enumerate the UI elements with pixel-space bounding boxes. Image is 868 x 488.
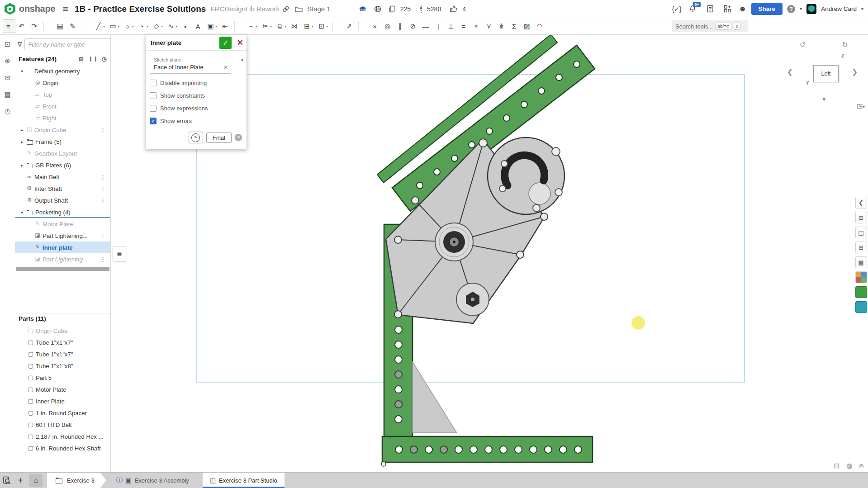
pierce-constraint[interactable]: ⋎	[484, 20, 495, 33]
likes-icon[interactable]	[450, 5, 458, 13]
help-icon[interactable]: ?	[787, 5, 795, 13]
sketch-face-icon[interactable]: ✎	[67, 20, 79, 33]
onshape-logo-icon[interactable]	[5, 3, 15, 15]
dropdown-caret-icon[interactable]: ▾	[175, 24, 177, 28]
tab-exercise-3-assembly[interactable]: ⓘ Exercise 3 Assembly	[109, 473, 196, 488]
cancel-button[interactable]: ✕	[237, 38, 243, 47]
toolbar-icon[interactable]	[43, 21, 52, 31]
rotate-right-icon[interactable]: ❯	[852, 68, 858, 76]
tree-item-gearbox-layout[interactable]: Gearbox Layout	[15, 147, 110, 159]
filter-icon[interactable]: ∇	[18, 41, 22, 48]
display-options-icon[interactable]: ⊟	[855, 212, 867, 223]
concentric-constraint[interactable]: ◎	[382, 20, 394, 33]
toolbar-icon[interactable]	[358, 21, 367, 31]
dropdown-caret-icon[interactable]: ▾	[161, 24, 163, 28]
checkbox-show-errors[interactable]: Show errors	[150, 118, 243, 124]
named-views-icon[interactable]: ⊞	[855, 242, 867, 253]
tree-item-default-geometry[interactable]: ▾ Default geometry	[15, 65, 110, 77]
dropdown-caret-icon[interactable]: ▾	[256, 24, 257, 28]
fillet-tool[interactable]: ⌢ ▾	[246, 20, 259, 33]
spline-tool[interactable]: ∿ ▾	[166, 20, 179, 33]
turntable-icon[interactable]: ◍	[846, 462, 852, 470]
dialog-help-icon[interactable]: ?	[235, 134, 242, 141]
line-tool[interactable]: ╱ ▾	[93, 20, 107, 33]
sketch-list-button[interactable]: ≡	[3, 19, 15, 33]
tree-item-motor-plate[interactable]: Motor Plate	[15, 218, 110, 230]
checkbox-disable-imprinting[interactable]: Disable imprinting	[150, 80, 243, 86]
view-cube-face[interactable]: Left	[813, 65, 839, 82]
toolbar-icon[interactable]	[234, 21, 243, 31]
insert-icon[interactable]: ⊕	[5, 57, 10, 65]
tangent-constraint[interactable]: ⊘	[408, 20, 419, 33]
rotate-left-icon[interactable]: ❮	[787, 68, 793, 76]
avatar[interactable]	[806, 4, 816, 14]
dropdown-caret-icon[interactable]: ▾	[270, 24, 272, 28]
expand-caret-icon[interactable]: ▾	[19, 210, 25, 215]
history-clock-icon[interactable]: ◷	[102, 56, 107, 62]
rotate-ccw-icon[interactable]: ↺	[800, 41, 806, 49]
search-tabs-icon[interactable]	[0, 473, 14, 488]
clear-selection-icon[interactable]: ✕	[223, 64, 228, 71]
assistant-icon[interactable]: ☻	[739, 5, 747, 14]
measure-tool[interactable]: ⇗	[344, 20, 356, 33]
search-tools[interactable]: Search tools... alt/⌥ c	[672, 20, 748, 32]
coincident-constraint[interactable]: ×	[370, 20, 381, 33]
folder-icon[interactable]	[295, 6, 303, 12]
rollback-bar[interactable]	[16, 267, 109, 271]
sketch-preview-button[interactable]: ✎	[189, 132, 203, 143]
part-hex-2187[interactable]: 2.187 in. Rounded Hex ...	[15, 431, 110, 442]
insert-image-icon[interactable]: ▤	[55, 20, 66, 33]
view-modes-button[interactable]: ◳▾	[857, 102, 865, 109]
transform-tool[interactable]: ⧉ ▾	[275, 20, 288, 33]
expand-caret-icon[interactable]: ▸	[19, 139, 25, 144]
confirm-button[interactable]: ✓	[219, 37, 232, 49]
model-canvas[interactable]	[0, 0, 868, 488]
tab-info-icon[interactable]: ⓘ	[116, 476, 123, 484]
dropdown-caret-icon[interactable]: ▾	[147, 24, 148, 28]
tree-item-output-shaft[interactable]: Output Shaft ⋮	[15, 194, 110, 206]
midpoint-constraint[interactable]: ⌖	[471, 20, 483, 33]
versions-check-icon[interactable]: {✓}	[672, 5, 682, 13]
help-caret-icon[interactable]: ▾	[800, 6, 802, 11]
tree-item-pocketing[interactable]: ▾ Pocketing (4)	[15, 206, 110, 218]
checkbox[interactable]	[150, 105, 157, 112]
follow-dots-icon[interactable]	[420, 5, 422, 13]
parts-color-icon[interactable]	[855, 286, 867, 298]
vertical-constraint[interactable]: |	[433, 20, 445, 33]
snapshot-icon[interactable]: ⊟	[834, 462, 840, 470]
symmetry-constraint[interactable]: ⋔	[496, 20, 508, 33]
tree-item-origin[interactable]: Origin	[15, 77, 110, 89]
filter-input[interactable]	[24, 38, 111, 50]
copies-icon[interactable]	[389, 5, 396, 13]
notifications-bell-icon[interactable]: 9+	[689, 5, 697, 13]
dropdown-caret-icon[interactable]: ▾	[132, 24, 134, 28]
user-name[interactable]: Andrew Card	[821, 5, 857, 12]
fan-icon[interactable]: ◠	[534, 20, 546, 33]
link-icon[interactable]	[282, 5, 289, 13]
preview-clock-icon[interactable]: ◔	[239, 56, 244, 65]
layers-icon[interactable]	[855, 301, 867, 313]
image-tool[interactable]: ▣ ▾	[205, 20, 219, 33]
home-tab-button[interactable]: ⌂	[29, 474, 43, 487]
checkbox-show-constraints[interactable]: Show constraints	[150, 92, 243, 99]
tree-item-part-lightening-1[interactable]: Part Lightening... ⋮	[15, 230, 110, 242]
dropdown-caret-icon[interactable]: ▾	[326, 24, 328, 28]
text-tool[interactable]: A	[193, 20, 204, 33]
polygon-tool[interactable]: ◇ ▾	[151, 20, 165, 33]
sketch-plane-field[interactable]: Sketch plane Face of Inner Plate ✕	[150, 55, 231, 74]
toolbar-icon[interactable]	[82, 21, 90, 31]
breadcrumb[interactable]: Stage 1	[307, 5, 331, 13]
user-menu-caret-icon[interactable]: ▾	[861, 6, 863, 11]
part-htd-belt[interactable]: 60T HTD Belt	[15, 419, 110, 431]
rotate-down-icon[interactable]: ▾	[822, 95, 826, 103]
trim-tool[interactable]: ✂ ▾	[260, 20, 274, 33]
tree-item-inter-shaft[interactable]: Inter Shaft ⋮	[15, 183, 110, 194]
config-dots-icon[interactable]: ⋮	[100, 174, 110, 180]
undo-icon[interactable]: ↶	[16, 20, 28, 33]
dropdown-caret-icon[interactable]: ▾	[103, 24, 105, 28]
part-inner-plate[interactable]: Inner Plate	[15, 395, 110, 407]
palette-icon[interactable]	[855, 271, 867, 283]
tree-item-front[interactable]: Front	[15, 100, 110, 112]
arc-circle-tool[interactable]: ◔ ▾	[137, 20, 150, 33]
dropdown-caret-icon[interactable]: ▾	[312, 24, 313, 28]
